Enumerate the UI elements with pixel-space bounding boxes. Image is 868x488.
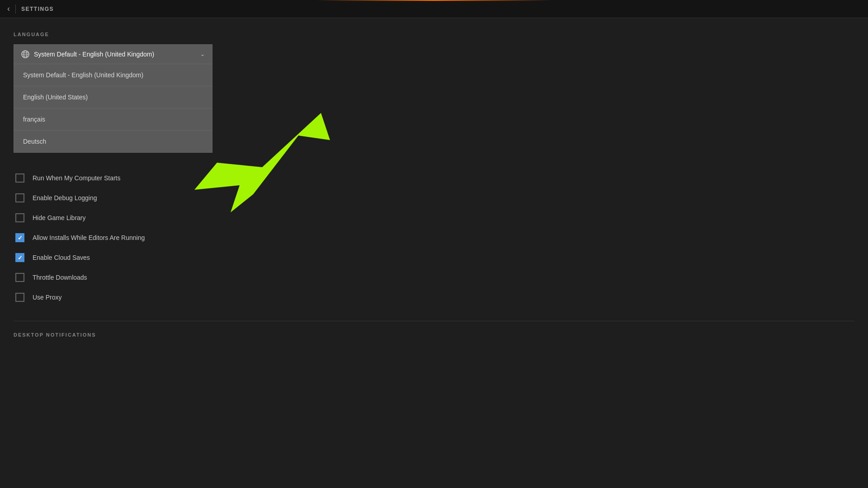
main-content: LANGUAGE System Default - English (Unite… — [0, 18, 868, 358]
checkbox-row-throttle-downloads[interactable]: Throttle Downloads — [14, 267, 854, 287]
language-section-label: LANGUAGE — [14, 32, 854, 37]
checkbox-label-hide-library: Hide Game Library — [33, 214, 86, 221]
globe-icon — [21, 50, 29, 58]
language-option-system-default[interactable]: System Default - English (United Kingdom… — [14, 64, 212, 86]
desktop-notifications-section: DESKTOP NOTIFICATIONS — [14, 321, 854, 338]
checkbox-label-use-proxy: Use Proxy — [33, 294, 62, 301]
back-button[interactable]: ‹ — [7, 4, 10, 14]
desktop-notifications-label: DESKTOP NOTIFICATIONS — [14, 332, 854, 338]
checkbox-use-proxy[interactable] — [15, 293, 24, 302]
checkbox-row-debug-logging[interactable]: Enable Debug Logging — [14, 188, 854, 208]
checkbox-run-on-start[interactable] — [15, 174, 24, 183]
checkbox-label-run-on-start: Run When My Computer Starts — [33, 174, 121, 182]
title-bar: ‹ SETTINGS — [0, 0, 868, 18]
checkbox-label-throttle-downloads: Throttle Downloads — [33, 274, 87, 281]
checkbox-label-debug-logging: Enable Debug Logging — [33, 194, 97, 202]
top-accent — [316, 0, 552, 1]
language-dropdown-container: System Default - English (United Kingdom… — [14, 44, 212, 64]
content-wrapper: LANGUAGE System Default - English (Unite… — [0, 18, 868, 358]
checkbox-throttle-downloads[interactable] — [15, 273, 24, 282]
checkbox-allow-installs[interactable] — [15, 233, 24, 242]
checkbox-label-allow-installs: Allow Installs While Editors Are Running — [33, 234, 145, 241]
dropdown-arrow-icon: ⌄ — [200, 51, 205, 57]
language-dropdown-trigger[interactable]: System Default - English (United Kingdom… — [14, 44, 212, 64]
checkbox-cloud-saves[interactable] — [15, 253, 24, 262]
language-option-de[interactable]: Deutsch — [14, 131, 212, 152]
checkbox-hide-library[interactable] — [15, 213, 24, 222]
checkbox-row-run-on-start[interactable]: Run When My Computer Starts — [14, 168, 854, 188]
checkbox-label-cloud-saves: Enable Cloud Saves — [33, 254, 90, 261]
title-divider — [15, 5, 16, 14]
checkbox-row-cloud-saves[interactable]: Enable Cloud Saves — [14, 248, 854, 267]
selected-language-label: System Default - English (United Kingdom… — [34, 51, 154, 58]
checkboxes-wrapper: Run When My Computer Starts Enable Debug… — [14, 168, 854, 307]
checkbox-row-allow-installs[interactable]: Allow Installs While Editors Are Running — [14, 228, 854, 248]
checkbox-debug-logging[interactable] — [15, 193, 24, 202]
checkbox-row-hide-library[interactable]: Hide Game Library — [14, 208, 854, 228]
back-icon: ‹ — [7, 4, 10, 14]
language-option-en-us[interactable]: English (United States) — [14, 86, 212, 108]
language-option-fr[interactable]: français — [14, 108, 212, 131]
checkbox-row-use-proxy[interactable]: Use Proxy — [14, 287, 854, 307]
page-title: SETTINGS — [21, 6, 54, 12]
language-dropdown-menu: System Default - English (United Kingdom… — [14, 64, 212, 153]
